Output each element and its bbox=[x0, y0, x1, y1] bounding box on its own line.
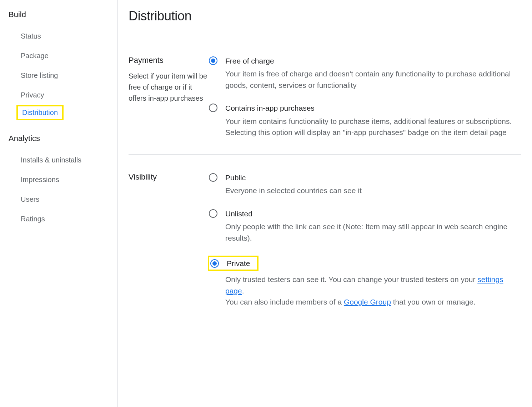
private-desc-post: that you own or manage. bbox=[391, 298, 476, 306]
sidebar-item-distribution[interactable]: Distribution bbox=[22, 109, 58, 117]
radio-unlisted[interactable] bbox=[209, 209, 217, 218]
radio-desc-free: Your item is free of charge and doesn't … bbox=[225, 68, 521, 91]
main-content: Distribution Payments Select if your ite… bbox=[118, 0, 532, 407]
visibility-title: Visibility bbox=[129, 172, 209, 182]
sidebar-item-status[interactable]: Status bbox=[9, 26, 41, 46]
sidebar-item-impressions[interactable]: Impressions bbox=[9, 170, 59, 190]
radio-desc-unlisted: Only people with the link can see it (No… bbox=[225, 221, 521, 243]
payments-option-free[interactable]: Free of charge Your item is free of char… bbox=[209, 56, 521, 91]
radio-public[interactable] bbox=[209, 173, 217, 182]
sidebar-item-privacy[interactable]: Privacy bbox=[9, 85, 44, 105]
radio-desc-public: Everyone in selected countries can see i… bbox=[225, 185, 521, 196]
radio-label-free: Free of charge bbox=[225, 56, 521, 66]
visibility-option-public[interactable]: Public Everyone in selected countries ca… bbox=[209, 172, 521, 196]
private-desc-pre: Only trusted testers can see it. You can… bbox=[225, 275, 477, 283]
payments-description: Select if your item will be free of char… bbox=[129, 71, 209, 104]
payments-title: Payments bbox=[129, 56, 209, 65]
visibility-option-unlisted[interactable]: Unlisted Only people with the link can s… bbox=[209, 208, 521, 243]
sidebar-item-distribution-highlight: Distribution bbox=[16, 105, 64, 120]
sidebar-item-ratings[interactable]: Ratings bbox=[9, 209, 45, 229]
sidebar-item-package[interactable]: Package bbox=[9, 46, 49, 66]
sidebar-section-build-title[interactable]: Build bbox=[9, 7, 117, 22]
sidebar-build-section: Build Status Package Store listing Priva… bbox=[9, 7, 117, 120]
sidebar: Build Status Package Store listing Priva… bbox=[0, 0, 118, 407]
payments-option-inapp[interactable]: Contains in-app purchases Your item cont… bbox=[209, 103, 521, 138]
google-group-link[interactable]: Google Group bbox=[344, 298, 391, 306]
radio-desc-inapp: Your item contains functionality to purc… bbox=[225, 116, 521, 138]
sidebar-analytics-section: Analytics Installs & uninstalls Impressi… bbox=[9, 131, 117, 229]
visibility-section: Visibility Public Everyone in selected c… bbox=[129, 172, 521, 324]
private-desc-line2-pre: You can also include members of a bbox=[225, 298, 344, 306]
radio-private[interactable] bbox=[210, 259, 219, 268]
sidebar-item-store-listing[interactable]: Store listing bbox=[9, 66, 58, 85]
radio-private-highlight: Private bbox=[208, 256, 259, 271]
radio-label-unlisted: Unlisted bbox=[225, 208, 521, 219]
page-title: Distribution bbox=[129, 9, 521, 24]
sidebar-item-installs[interactable]: Installs & uninstalls bbox=[9, 150, 81, 170]
radio-inapp[interactable] bbox=[209, 104, 217, 112]
private-desc-mid: . bbox=[242, 287, 244, 295]
payments-section: Payments Select if your item will be fre… bbox=[129, 56, 521, 155]
sidebar-section-analytics-title[interactable]: Analytics bbox=[9, 131, 117, 146]
radio-label-public: Public bbox=[225, 172, 521, 183]
sidebar-item-users[interactable]: Users bbox=[9, 190, 39, 209]
radio-label-inapp: Contains in-app purchases bbox=[225, 103, 521, 113]
radio-label-private: Private bbox=[227, 258, 250, 268]
radio-free-of-charge[interactable] bbox=[209, 56, 217, 65]
visibility-option-private[interactable]: Private Only trusted testers can see it.… bbox=[209, 256, 521, 308]
radio-desc-private: Only trusted testers can see it. You can… bbox=[225, 274, 521, 308]
